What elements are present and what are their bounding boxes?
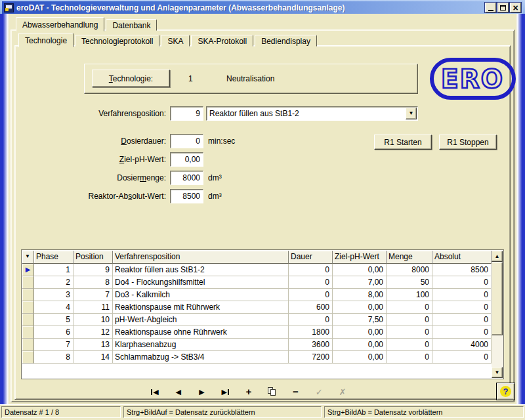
table-cell[interactable]: 0	[289, 289, 333, 301]
table-cell[interactable]: 4000	[432, 339, 492, 351]
delete-record-button[interactable]: −	[287, 385, 304, 398]
table-cell[interactable]: 0	[387, 326, 432, 339]
column-header-menge[interactable]: Menge	[387, 251, 432, 264]
row-indicator-cell[interactable]	[22, 276, 34, 289]
post-edit-button[interactable]: ✓	[310, 385, 327, 398]
row-indicator-cell[interactable]	[22, 314, 34, 326]
verfahrensposition-input[interactable]	[170, 106, 203, 121]
table-cell[interactable]: 7	[34, 339, 74, 351]
reaktor-absolut-wert-input[interactable]	[170, 189, 203, 203]
table-cell[interactable]: 8000	[387, 264, 432, 276]
copy-record-button[interactable]	[264, 385, 281, 398]
row-indicator-cell[interactable]	[22, 339, 34, 351]
column-header-verfahrensposition[interactable]: Verfahrensposition	[113, 251, 289, 264]
table-cell[interactable]: 0	[432, 301, 492, 314]
table-cell[interactable]: 0,00	[333, 326, 387, 339]
grid-options-icon[interactable]: ▼	[22, 251, 34, 264]
ziel-ph-wert-input[interactable]	[170, 152, 203, 167]
table-cell[interactable]: 0	[432, 351, 492, 364]
table-cell[interactable]: 0,00	[333, 301, 387, 314]
table-cell[interactable]: 0	[289, 264, 333, 276]
tab-technologie[interactable]: Technologie	[18, 33, 74, 47]
table-cell[interactable]: Reaktor füllen aus StB1-2	[113, 264, 289, 276]
table-cell[interactable]: 12	[74, 326, 113, 339]
table-scrollbar[interactable]: ▲ ▼	[492, 251, 503, 378]
technologie-button[interactable]: Technologie:	[92, 70, 170, 87]
table-cell[interactable]: 0	[289, 314, 333, 326]
next-record-button[interactable]: ▶	[194, 385, 211, 398]
table-cell[interactable]: 9	[74, 264, 113, 276]
row-indicator-cell[interactable]	[22, 351, 34, 364]
table-cell[interactable]: 13	[74, 339, 113, 351]
table-cell[interactable]: 14	[74, 351, 113, 364]
help-button[interactable]: ?	[496, 383, 515, 400]
column-header-absolut[interactable]: Absolut	[432, 251, 492, 264]
table-cell[interactable]: 0	[387, 314, 432, 326]
table-cell[interactable]: 0	[387, 351, 432, 364]
close-button[interactable]: ×	[510, 3, 521, 12]
table-cell[interactable]: 1	[34, 264, 74, 276]
table-cell[interactable]: Reaktionspause ohne Rührwerk	[113, 326, 289, 339]
table-cell[interactable]: Schlammabzug -> StB3/4	[113, 351, 289, 364]
table-cell[interactable]: pH-Wert-Abgleich	[113, 314, 289, 326]
table-cell[interactable]: 8	[74, 276, 113, 289]
table-cell[interactable]: 7,50	[333, 314, 387, 326]
r1-stoppen-button[interactable]: R1 Stoppen	[439, 135, 497, 150]
r1-starten-button[interactable]: R1 Starten	[374, 135, 432, 150]
cancel-edit-button[interactable]: ✗	[334, 385, 351, 398]
table-cell[interactable]: 1800	[289, 326, 333, 339]
table-cell[interactable]: 0,00	[333, 339, 387, 351]
table-cell[interactable]: 0	[387, 301, 432, 314]
dosiermenge-input[interactable]	[170, 171, 203, 185]
row-indicator-cell[interactable]	[22, 289, 34, 301]
table-cell[interactable]: 3	[34, 289, 74, 301]
table-cell[interactable]: Klarphasenabzug	[113, 339, 289, 351]
tab-bediendisplay[interactable]: Bediendisplay	[255, 35, 317, 47]
column-header-ziel-ph-wert[interactable]: Ziel-pH-Wert	[333, 251, 387, 264]
table-cell[interactable]: 0	[432, 289, 492, 301]
prior-record-button[interactable]: ◀	[170, 385, 187, 398]
table-cell[interactable]: Do3 - Kalkmilch	[113, 289, 289, 301]
table-cell[interactable]: 0	[432, 276, 492, 289]
column-header-dauer[interactable]: Dauer	[289, 251, 333, 264]
row-indicator-cell[interactable]	[22, 326, 34, 339]
tab-abwasserbehandlung[interactable]: Abwasserbehandlung	[16, 17, 104, 32]
table-cell[interactable]: 0,00	[333, 351, 387, 364]
table-cell[interactable]: Reaktionspause mit Rührwerk	[113, 301, 289, 314]
table-cell[interactable]: 8	[34, 351, 74, 364]
dosierdauer-input[interactable]	[170, 134, 203, 148]
table-cell[interactable]: 0	[289, 276, 333, 289]
row-indicator-cell[interactable]: ▶	[22, 264, 34, 276]
verfahrensposition-select[interactable]: Reaktor füllen aus StB1-2 ▼	[206, 106, 418, 121]
table-cell[interactable]: 0,00	[333, 264, 387, 276]
tab-ska[interactable]: SKA	[161, 35, 190, 47]
table-cell[interactable]: 7200	[289, 351, 333, 364]
table-cell[interactable]: 0	[387, 339, 432, 351]
scroll-down-button[interactable]: ▼	[492, 367, 503, 378]
first-record-button[interactable]: ◀	[146, 385, 163, 398]
table-cell[interactable]: 4	[34, 301, 74, 314]
table-cell[interactable]: 11	[74, 301, 113, 314]
tab-ska-protokoll[interactable]: SKA-Protokoll	[191, 35, 253, 47]
last-record-button[interactable]: ▶	[217, 385, 234, 398]
minimize-button[interactable]	[485, 3, 496, 12]
table-cell[interactable]: 2	[34, 276, 74, 289]
scrollbar-thumb[interactable]	[492, 262, 503, 335]
tab-datenbank[interactable]: Datenbank	[106, 19, 157, 31]
table-cell[interactable]: 600	[289, 301, 333, 314]
table-cell[interactable]: 3600	[289, 339, 333, 351]
table-cell[interactable]: 10	[74, 314, 113, 326]
table-cell[interactable]: 5	[34, 314, 74, 326]
scroll-up-button[interactable]: ▲	[492, 251, 503, 262]
table-cell[interactable]: 0	[432, 326, 492, 339]
row-indicator-cell[interactable]	[22, 301, 34, 314]
table-cell[interactable]: 50	[387, 276, 432, 289]
table-cell[interactable]: Do4 - Flockungshilfsmittel	[113, 276, 289, 289]
column-header-phase[interactable]: Phase	[34, 251, 74, 264]
table-cell[interactable]: 8,00	[333, 289, 387, 301]
table-cell[interactable]: 8500	[432, 264, 492, 276]
table-cell[interactable]: 7,00	[333, 276, 387, 289]
column-header-position[interactable]: Position	[74, 251, 113, 264]
insert-record-button[interactable]: +	[240, 385, 257, 398]
title-bar[interactable]: eroDAT - Technologieverwaltung und Anlag…	[2, 1, 523, 14]
